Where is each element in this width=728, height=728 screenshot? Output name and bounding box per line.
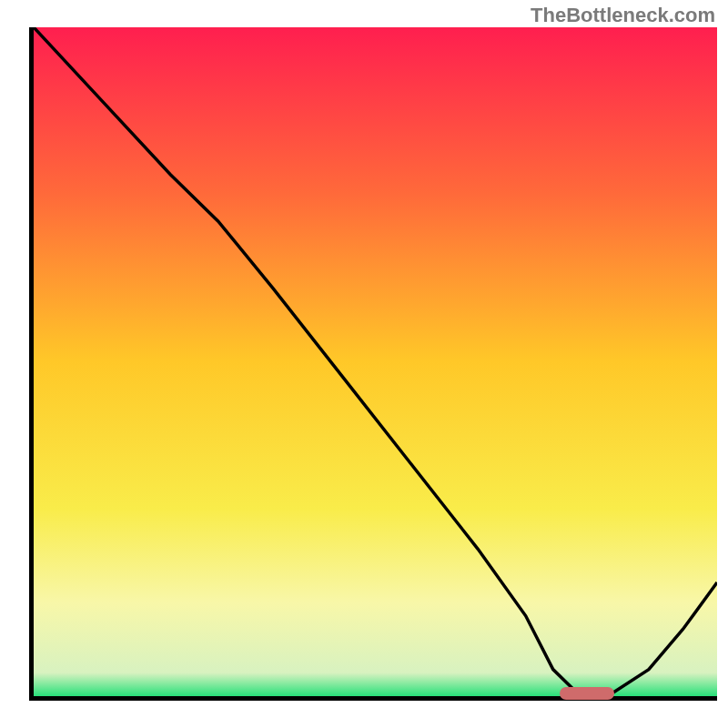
optimal-range-marker xyxy=(560,687,614,700)
svg-rect-0 xyxy=(34,27,717,696)
watermark-text: TheBottleneck.com xyxy=(531,4,715,27)
chart-background-gradient xyxy=(34,27,717,696)
chart-plot-area xyxy=(29,27,717,701)
